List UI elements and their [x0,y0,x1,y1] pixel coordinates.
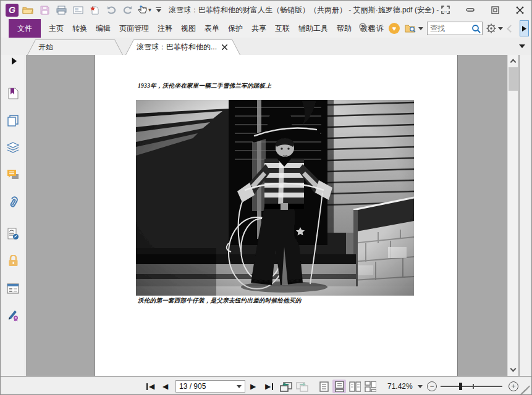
menu-connect[interactable]: 互联 [271,19,294,38]
maximize-button[interactable] [488,3,502,17]
search-scope-button[interactable] [405,23,423,33]
menu-edit[interactable]: 编辑 [91,19,115,38]
signatures-panel-button[interactable] [7,228,19,240]
attachments-panel-button[interactable] [7,196,19,208]
heart-icon[interactable]: ♥ [389,23,400,34]
next-page-button[interactable]: ▶ [250,376,256,395]
hand-tool-button[interactable]: ▼ [137,2,152,17]
thumbnails-panel-button[interactable] [7,114,19,127]
esign-panel-button[interactable] [7,309,19,322]
menu-form[interactable]: 表单 [200,19,224,38]
last-page-button[interactable]: ▶ [265,376,273,395]
save-floppy-icon [40,6,49,15]
tab-list-dropdown[interactable] [519,44,525,48]
comments-panel-button[interactable] [7,168,19,181]
menu-items: 主页 转换 编辑 页面管理 注释 视图 表单 保护 共享 互联 辅助工具 帮助 … [44,19,379,38]
redo-icon [123,6,133,14]
close-icon [516,6,524,14]
menu-protect[interactable]: 保护 [224,19,247,38]
next-view-button[interactable] [296,376,308,395]
print-button[interactable] [54,2,69,17]
menu-comment[interactable]: 注释 [153,19,177,38]
create-pdf-button[interactable] [87,2,102,17]
zoom-dropdown-icon[interactable] [418,385,423,388]
menubar-right-tools: 告诉 ♥ [359,19,529,38]
menu-convert[interactable]: 转换 [68,19,91,38]
save-button[interactable] [37,2,52,17]
maximize-icon [491,6,499,14]
fullscreen-icon [441,6,450,14]
scrollbar-thumb[interactable] [509,67,518,91]
close-button[interactable] [513,3,526,17]
minus-icon: − [427,381,437,391]
single-page-button[interactable] [317,380,331,393]
search-input[interactable] [428,24,470,33]
menu-file[interactable]: 文件 [9,19,41,38]
zoom-out-button[interactable]: − [427,376,437,395]
tab-start[interactable]: 开始 [27,40,123,55]
fields-panel-button[interactable] [7,282,19,294]
security-panel-button[interactable] [7,255,19,267]
menu-accessibility[interactable]: 辅助工具 [294,19,332,38]
main-content: 1933年，沃伦坐在家里一辆二手雪佛兰车的踏板上 [1,55,531,376]
scroll-down-icon[interactable] [510,366,517,372]
facing-page-icon [349,381,361,392]
tab-close-button[interactable] [219,42,229,52]
expand-toolbar-button[interactable] [520,20,529,36]
email-button[interactable] [70,2,85,17]
first-page-button[interactable]: ◀ [146,376,154,395]
tab-start-label: 开始 [38,40,53,55]
page-thumbnails-icon [7,115,19,127]
tab-document[interactable]: 滚雪球：巴菲特和他的... [125,40,240,55]
quick-toolbar-more-button[interactable] [156,7,161,12]
next-page-icon: ▶ [250,383,256,390]
title-bar: G ▼ 滚雪球：巴菲特和他的财富人生（畅销版）（共两册） - [1,1,531,19]
new-document-star-icon [90,6,99,15]
menu-view[interactable]: 视图 [177,19,200,38]
digital-signature-icon [7,228,19,240]
search-icon[interactable] [470,22,482,35]
panel-expand-arrow-icon[interactable] [12,57,17,65]
open-folder-icon [22,6,33,14]
more-bar-icon [156,7,161,8]
navigation-sidebar [1,55,25,376]
photo [136,100,414,296]
undo-button[interactable] [104,2,119,17]
status-bar: ◀ ◀ ▶ ▶ 71.42% [1,376,531,395]
page-number-input[interactable] [176,382,237,391]
previous-view-button[interactable] [280,376,292,395]
document-area[interactable]: 1933年，沃伦坐在家里一辆二手雪佛兰车的踏板上 [26,55,520,376]
continuous-page-button[interactable] [332,380,346,393]
page-number-caret-icon[interactable] [237,385,242,388]
expand-arrow-icon [522,26,526,31]
hand-tool-icon [137,5,147,15]
previous-view-icon [280,381,292,392]
tell-me-button[interactable]: 告诉 [369,23,384,34]
plus-icon: + [509,381,518,391]
prev-page-button[interactable]: ◀ [163,376,168,395]
fullscreen-button[interactable] [439,3,452,17]
layers-panel-button[interactable] [7,141,19,154]
gear-icon [486,23,496,33]
collapse-toolbar-button[interactable] [507,25,515,33]
open-button[interactable] [20,2,35,17]
facing-page-button[interactable] [348,380,361,393]
menu-share[interactable]: 共享 [247,19,271,38]
resize-grip[interactable] [521,386,529,394]
bookmarks-panel-button[interactable] [7,87,19,99]
zoom-value[interactable]: 71.42% [387,382,413,391]
menu-home[interactable]: 主页 [44,19,68,38]
redo-button[interactable] [120,2,135,17]
pdf-page[interactable]: 1933年，沃伦坐在家里一辆二手雪佛兰车的踏板上 [95,55,458,376]
scroll-up-icon[interactable] [510,59,517,65]
zoom-slider-handle[interactable] [459,383,462,390]
menu-help[interactable]: 帮助 [332,19,356,38]
settings-button[interactable] [486,23,503,33]
zoom-slider[interactable] [441,386,502,387]
continuous-facing-button[interactable] [363,380,377,393]
menu-organize[interactable]: 页面管理 [115,19,153,38]
minimize-button[interactable] [463,3,477,17]
vertical-scrollbar[interactable] [507,55,518,376]
zoom-in-button[interactable]: + [509,376,518,395]
foxit-logo-icon: G [6,4,19,17]
